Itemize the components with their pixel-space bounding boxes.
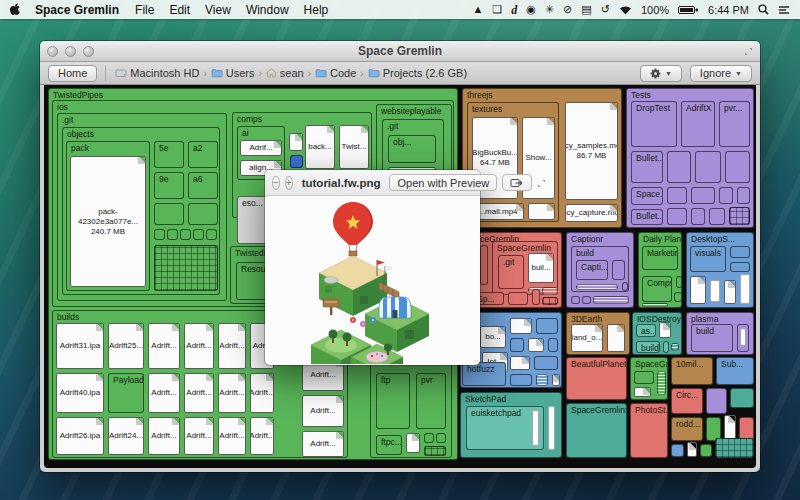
file-icon[interactable] (659, 322, 671, 338)
file-lucy-capture[interactable]: lucy_capture.mov (565, 204, 618, 222)
treemap-block-build-ios[interactable]: build (636, 341, 660, 353)
treemap-block-pvr[interactable]: pvr (416, 373, 446, 429)
treemap-block-grid[interactable] (729, 207, 750, 225)
treemap-block[interactable] (725, 151, 750, 183)
dash-app-icon[interactable]: d (511, 4, 517, 16)
treemap-block[interactable] (706, 388, 727, 414)
frame-app-icon[interactable]: ❏ (492, 4, 502, 15)
treemap-block[interactable] (634, 371, 654, 384)
file-icon[interactable]: Adrift... (250, 417, 274, 455)
gear-menu-button[interactable]: ▼ (640, 65, 682, 82)
open-with-preview-button[interactable]: Open with Preview (389, 174, 497, 191)
treemap-block-comps-dp[interactable]: Comps (642, 276, 672, 302)
file-icon[interactable]: Adrift... (184, 417, 214, 455)
file-icon[interactable]: Adrift... (148, 373, 180, 413)
treemap-block-obj[interactable]: obj... (388, 135, 436, 163)
treemap-block-white[interactable] (548, 406, 555, 450)
file-adrift26[interactable]: Adrift26.ipa (56, 417, 104, 455)
treemap-block[interactable] (667, 187, 687, 204)
treemap-block[interactable] (582, 296, 591, 304)
treemap-block[interactable] (510, 374, 532, 386)
treemap-block-grid[interactable] (715, 438, 754, 458)
breadcrumb-projects[interactable]: Projects (2.6 GB) (368, 67, 467, 79)
file-icon[interactable] (510, 356, 530, 370)
wifi-icon[interactable] (619, 5, 632, 15)
treemap-block[interactable] (700, 444, 712, 457)
drive-sync-icon[interactable]: ▲ (472, 4, 483, 15)
file-adrift31[interactable]: Adrift31.ipa (56, 323, 104, 369)
apple-menu-icon[interactable] (10, 3, 21, 16)
file-buil[interactable]: buil... (528, 253, 554, 283)
file-icon[interactable] (724, 280, 736, 304)
treemap-block-marketing[interactable]: Marketing (642, 246, 678, 270)
treemap-section-beautfulplanet[interactable]: BeautfulPlanet (566, 357, 627, 400)
breadcrumb-macintosh-hd[interactable]: Macintosh HD (115, 67, 199, 79)
treemap-block-9e[interactable]: 9e (154, 172, 184, 199)
treemap-block[interactable] (695, 151, 721, 183)
treemap-block[interactable] (424, 433, 434, 443)
treemap-block[interactable] (480, 245, 488, 285)
treemap-block[interactable] (674, 292, 682, 302)
treemap-block[interactable] (548, 338, 558, 352)
treemap-block-white[interactable] (710, 280, 720, 302)
file-icon[interactable]: Adrift... (184, 373, 214, 413)
keyboard-icon[interactable]: ▤ (581, 4, 591, 15)
treemap-block[interactable] (612, 260, 625, 280)
bug-app-icon[interactable]: ✳ (545, 4, 554, 15)
treemap-block-striped[interactable] (642, 303, 668, 307)
treemap-block[interactable] (671, 444, 684, 457)
treemap-block[interactable] (532, 289, 540, 305)
treemap-block-striped[interactable] (657, 371, 666, 395)
ignore-button[interactable]: Ignore▼ (690, 65, 752, 82)
file-adrift40[interactable]: Adrift40.ipa (56, 373, 104, 413)
treemap-block[interactable] (180, 229, 191, 240)
file-icon[interactable]: Adrift... (250, 373, 274, 413)
treemap-block[interactable] (510, 338, 524, 352)
file-icon[interactable] (634, 387, 651, 397)
home-button[interactable]: Home (48, 65, 97, 82)
treemap-block[interactable] (730, 262, 750, 272)
menu-help[interactable]: Help (304, 3, 329, 17)
close-button[interactable] (47, 46, 58, 57)
file-icon[interactable] (289, 133, 303, 151)
treemap-section-circ[interactable]: Circ... (671, 388, 703, 414)
treemap-block-a6[interactable]: a6 (188, 172, 218, 199)
shield-check-icon[interactable]: ◉ (526, 4, 536, 15)
treemap-section-10mil[interactable]: 10mil... (671, 357, 713, 385)
treemap-block-as[interactable]: as... (636, 324, 656, 337)
file-icon[interactable]: Adrift... (218, 323, 246, 369)
file-icon[interactable]: Adrift... (302, 395, 344, 427)
treemap-block[interactable] (154, 203, 184, 225)
treemap-block-a2[interactable]: a2 (188, 141, 218, 168)
app-menu-title[interactable]: Space Gremlin (35, 3, 119, 17)
file-icon[interactable]: Adrift... (302, 431, 344, 457)
zoom-button[interactable] (83, 46, 94, 57)
share-button[interactable] (502, 174, 532, 191)
fullscreen-icon[interactable] (744, 47, 753, 56)
menu-edit[interactable]: Edit (169, 3, 190, 17)
file-twist[interactable]: Twist... (339, 125, 369, 169)
breadcrumb-code[interactable]: Code (315, 67, 356, 79)
treemap-block-ftp[interactable]: ftp (376, 373, 410, 429)
file-adrift25[interactable]: Adrift25... (108, 323, 144, 369)
treemap-block[interactable] (676, 276, 682, 288)
time-machine-icon[interactable]: ↺ (601, 4, 610, 15)
file-icon[interactable]: Adrift... (148, 323, 180, 369)
treemap-block-payload[interactable]: Payload (108, 373, 144, 413)
file-icon[interactable]: Adrift... (184, 323, 214, 369)
treemap-block[interactable] (667, 151, 691, 183)
treemap-block[interactable] (508, 292, 528, 305)
treemap-block[interactable] (667, 208, 687, 225)
treemap-block[interactable] (691, 187, 715, 204)
breadcrumb-users[interactable]: Users (211, 67, 255, 79)
treemap-block[interactable] (154, 229, 165, 240)
treemap-block[interactable] (737, 187, 750, 204)
treemap-block-striped[interactable] (671, 343, 679, 351)
treemap-block[interactable] (622, 282, 628, 291)
treemap-block-bullet2[interactable]: Bullet... (631, 209, 663, 225)
treemap-block-build-plasma[interactable]: build (691, 324, 733, 352)
treemap-block-bullet[interactable]: Bullet... (631, 151, 663, 183)
treemap-block-git-red[interactable]: .git (498, 255, 524, 289)
treemap-block-blue[interactable] (290, 155, 303, 168)
spotlight-search-icon[interactable] (758, 4, 769, 15)
